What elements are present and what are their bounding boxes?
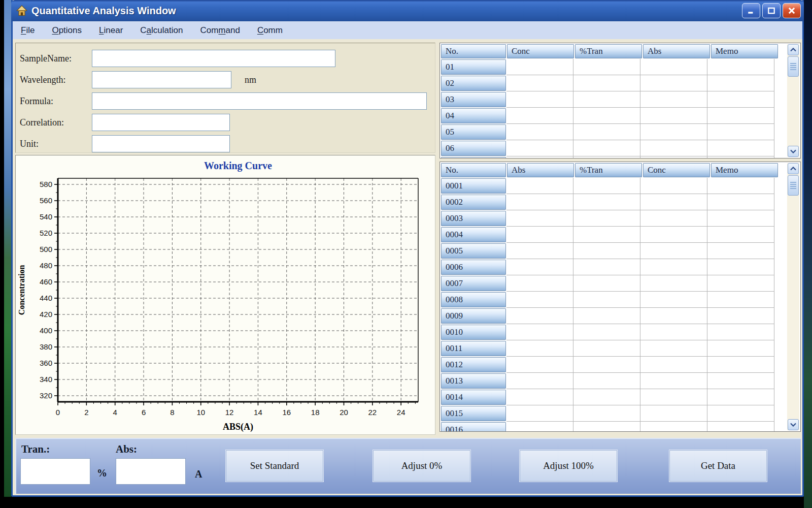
row-header[interactable]: 0004 bbox=[441, 227, 506, 242]
row-header[interactable]: 0013 bbox=[441, 373, 506, 389]
form-input-unit[interactable] bbox=[92, 135, 230, 152]
column-header-tran[interactable]: %Tran bbox=[575, 44, 642, 58]
close-button[interactable] bbox=[783, 3, 801, 18]
column-header-memo[interactable]: Memo bbox=[711, 44, 778, 58]
cell[interactable] bbox=[707, 178, 774, 194]
cell[interactable] bbox=[506, 59, 573, 75]
samples-scrollbar[interactable] bbox=[787, 163, 799, 430]
set-standard-button[interactable]: Set Standard bbox=[226, 450, 323, 482]
cell[interactable] bbox=[506, 243, 573, 259]
form-input-correlation[interactable] bbox=[92, 114, 230, 131]
row-header[interactable]: 03 bbox=[441, 92, 506, 107]
cell[interactable] bbox=[640, 194, 707, 210]
column-header-conc[interactable]: Conc bbox=[507, 44, 574, 58]
cell[interactable] bbox=[506, 308, 573, 324]
cell[interactable] bbox=[640, 389, 707, 405]
cell[interactable] bbox=[506, 194, 573, 210]
row-header[interactable]: 0001 bbox=[441, 178, 506, 194]
cell[interactable] bbox=[573, 243, 640, 259]
scroll-thumb[interactable] bbox=[788, 56, 799, 77]
cell[interactable] bbox=[640, 210, 707, 227]
cell[interactable] bbox=[707, 389, 774, 405]
cell[interactable] bbox=[640, 292, 707, 308]
form-input-formula[interactable] bbox=[92, 92, 427, 110]
cell[interactable] bbox=[573, 108, 640, 124]
column-header-conc[interactable]: Conc bbox=[643, 163, 710, 177]
cell[interactable] bbox=[573, 59, 640, 75]
cell[interactable] bbox=[506, 210, 573, 227]
row-header[interactable]: 0014 bbox=[441, 390, 506, 405]
cell[interactable] bbox=[640, 422, 707, 432]
cell[interactable] bbox=[707, 227, 774, 243]
cell[interactable] bbox=[707, 422, 774, 432]
cell[interactable] bbox=[707, 210, 774, 227]
get-data-button[interactable]: Get Data bbox=[669, 450, 767, 482]
cell[interactable] bbox=[707, 75, 774, 91]
scroll-up-button[interactable] bbox=[788, 163, 799, 174]
cell[interactable] bbox=[707, 194, 774, 210]
cell[interactable] bbox=[506, 178, 573, 194]
cell[interactable] bbox=[573, 227, 640, 243]
cell[interactable] bbox=[640, 227, 707, 243]
cell[interactable] bbox=[707, 59, 774, 75]
cell[interactable] bbox=[640, 91, 707, 108]
cell[interactable] bbox=[506, 422, 573, 432]
row-header[interactable]: 02 bbox=[441, 76, 506, 91]
cell[interactable] bbox=[573, 91, 640, 108]
cell[interactable] bbox=[506, 405, 573, 422]
cell[interactable] bbox=[506, 389, 573, 405]
cell[interactable] bbox=[640, 140, 707, 156]
minimize-button[interactable] bbox=[742, 3, 760, 18]
cell[interactable] bbox=[640, 243, 707, 259]
cell[interactable] bbox=[506, 324, 573, 340]
row-header[interactable]: 0005 bbox=[441, 243, 506, 259]
scroll-thumb[interactable] bbox=[788, 175, 799, 196]
menu-item-command[interactable]: Command bbox=[200, 25, 240, 36]
scroll-up-button[interactable] bbox=[788, 44, 799, 55]
cell[interactable] bbox=[707, 259, 774, 275]
cell[interactable] bbox=[640, 259, 707, 275]
cell[interactable] bbox=[640, 108, 707, 124]
cell[interactable] bbox=[573, 275, 640, 292]
cell[interactable] bbox=[573, 373, 640, 389]
cell[interactable] bbox=[573, 308, 640, 324]
row-header[interactable]: 0016 bbox=[441, 422, 506, 432]
cell[interactable] bbox=[707, 91, 774, 108]
maximize-button[interactable] bbox=[762, 3, 781, 18]
row-header[interactable]: 04 bbox=[441, 108, 506, 123]
column-header-abs[interactable]: Abs bbox=[643, 44, 710, 58]
cell[interactable] bbox=[573, 140, 640, 156]
cell[interactable] bbox=[640, 357, 707, 373]
row-header[interactable]: 01 bbox=[441, 59, 506, 75]
cell[interactable] bbox=[640, 340, 707, 357]
row-header[interactable]: 0009 bbox=[441, 308, 506, 324]
cell[interactable] bbox=[506, 91, 573, 108]
form-input-wavelength[interactable] bbox=[92, 71, 231, 88]
cell[interactable] bbox=[707, 124, 774, 140]
cell[interactable] bbox=[640, 324, 707, 340]
tran-value-field[interactable] bbox=[20, 458, 90, 485]
row-header[interactable]: 0011 bbox=[441, 341, 506, 356]
cell[interactable] bbox=[707, 108, 774, 124]
menu-item-calculation[interactable]: Calculation bbox=[140, 25, 183, 36]
title-bar[interactable]: Quantitative Analysis Window bbox=[11, 0, 804, 21]
cell[interactable] bbox=[506, 357, 573, 373]
form-input-samplename[interactable] bbox=[92, 50, 335, 67]
cell[interactable] bbox=[506, 275, 573, 292]
cell[interactable] bbox=[640, 59, 707, 75]
cell[interactable] bbox=[573, 357, 640, 373]
cell[interactable] bbox=[640, 275, 707, 292]
cell[interactable] bbox=[640, 308, 707, 324]
cell[interactable] bbox=[707, 357, 774, 373]
cell[interactable] bbox=[573, 259, 640, 275]
row-header[interactable]: 05 bbox=[441, 124, 506, 140]
column-header-no[interactable]: No. bbox=[441, 163, 506, 177]
cell[interactable] bbox=[506, 108, 573, 124]
cell[interactable] bbox=[573, 405, 640, 422]
cell[interactable] bbox=[640, 405, 707, 422]
cell[interactable] bbox=[707, 308, 774, 324]
menu-item-options[interactable]: Options bbox=[52, 25, 82, 36]
cell[interactable] bbox=[707, 140, 774, 156]
cell[interactable] bbox=[506, 75, 573, 91]
cell[interactable] bbox=[573, 178, 640, 194]
